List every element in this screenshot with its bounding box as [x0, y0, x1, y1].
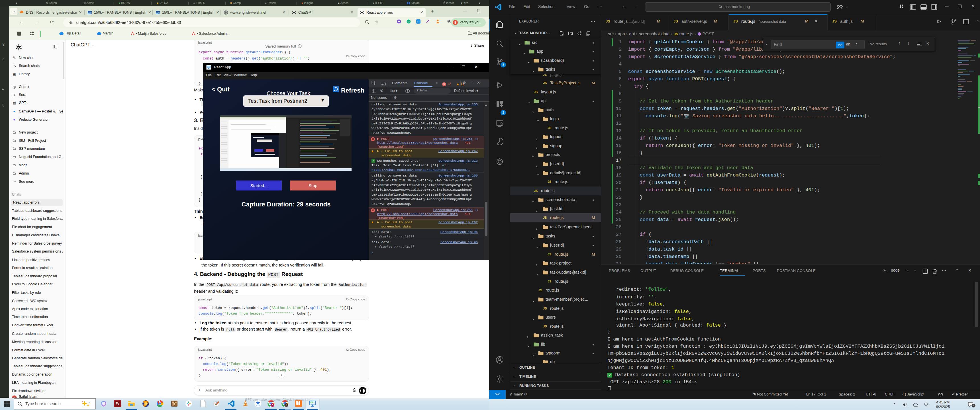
- svg-text:S: S: [454, 21, 457, 24]
- svg-text:Fz: Fz: [116, 402, 119, 406]
- svg-text:TaskPro: TaskPro: [311, 404, 314, 405]
- svg-text:WC: WC: [88, 11, 92, 14]
- svg-text:S: S: [272, 404, 274, 407]
- svg-text:GET: GET: [310, 402, 313, 403]
- svg-text:WC: WC: [156, 11, 160, 14]
- svg-text:FT: FT: [417, 21, 420, 23]
